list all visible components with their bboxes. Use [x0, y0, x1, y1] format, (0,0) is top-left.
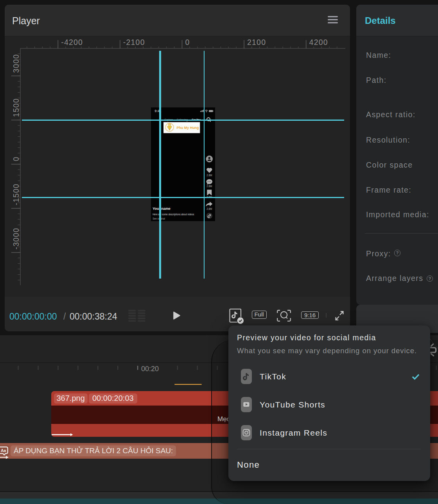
svg-text:-3000: -3000: [12, 228, 20, 250]
svg-text:0: 0: [12, 156, 20, 161]
svg-text:2.8M: 2.8M: [206, 174, 212, 177]
svg-text:Phu My Hung: Phu My Hung: [177, 125, 199, 130]
svg-text:00:20: 00:20: [141, 365, 159, 373]
svg-text:2.8M: 2.8M: [206, 185, 212, 188]
svg-text:-1500: -1500: [12, 184, 20, 206]
svg-text:2.8M: 2.8M: [206, 207, 212, 210]
svg-text:1500: 1500: [12, 98, 20, 117]
svg-text:-4200: -4200: [61, 38, 83, 46]
svg-text:4200: 4200: [309, 38, 328, 46]
svg-text:-2100: -2100: [123, 38, 145, 46]
svg-text:Your name: Your name: [153, 207, 171, 211]
svg-text:2100: 2100: [247, 38, 266, 46]
svg-text:3000: 3000: [12, 54, 20, 73]
svg-text:0: 0: [185, 38, 190, 46]
svg-text:Aa: Aa: [1, 448, 6, 452]
